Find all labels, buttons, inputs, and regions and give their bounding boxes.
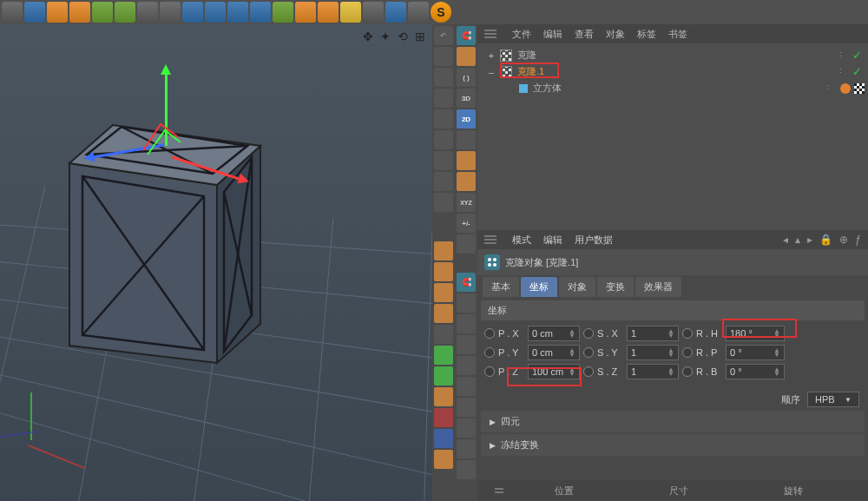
tool-icon[interactable] xyxy=(457,172,476,191)
anim-dot[interactable] xyxy=(583,366,594,377)
3d-snap-icon[interactable]: 3D xyxy=(457,89,476,108)
tool-icon[interactable] xyxy=(434,241,453,260)
order-dropdown[interactable]: HPB▼ xyxy=(807,392,859,407)
new-icon[interactable]: ⊕ xyxy=(839,234,848,246)
tool-icon[interactable] xyxy=(434,408,453,427)
tool-icon[interactable] xyxy=(182,2,203,23)
tab-object[interactable]: 对象 xyxy=(559,277,595,297)
section-freeze[interactable]: ▶冻结变换 xyxy=(481,434,865,456)
tool-icon[interactable] xyxy=(115,2,135,23)
tool-icon[interactable] xyxy=(457,398,476,417)
tool-icon[interactable] xyxy=(457,335,476,354)
hierarchy-row[interactable]: 立方体 ∶ xyxy=(481,80,865,96)
viewport-3d[interactable]: ✥ ✦ ⟲ ⊞ xyxy=(0,24,432,501)
expand-icon[interactable]: + xyxy=(486,50,496,61)
object-name[interactable]: 立方体 xyxy=(531,82,816,95)
drag-handle-icon[interactable] xyxy=(495,488,507,493)
drag-handle-icon[interactable] xyxy=(484,30,500,38)
tool-icon[interactable] xyxy=(457,130,476,149)
object-name[interactable]: 克隆 xyxy=(516,49,828,62)
brackets-icon[interactable]: ( ) xyxy=(457,68,476,87)
2d-snap-icon[interactable]: 2D xyxy=(457,109,476,129)
tool-icon[interactable] xyxy=(457,151,476,170)
tool-icon[interactable] xyxy=(457,439,476,458)
tool-icon[interactable] xyxy=(457,356,476,375)
tool-icon[interactable] xyxy=(457,47,476,66)
tool-icon[interactable] xyxy=(2,2,23,23)
nav-fwd-icon[interactable]: ▸ xyxy=(807,234,812,246)
menu-edit[interactable]: 编辑 xyxy=(543,234,562,247)
menu-mode[interactable]: 模式 xyxy=(512,234,531,247)
object-hierarchy[interactable]: + 克隆 ∶ ✓ – 克隆.1 ∶ ✓ 立方体 ∶ xyxy=(477,43,868,230)
tool-icon[interactable] xyxy=(434,109,453,129)
plus-minus-icon[interactable]: +/- xyxy=(457,214,476,233)
tool-icon[interactable] xyxy=(205,2,226,23)
tool-icon[interactable] xyxy=(434,450,453,469)
layer-dots[interactable]: ∶ xyxy=(832,66,849,77)
tool-icon[interactable] xyxy=(434,47,453,66)
input-rb[interactable]: 0 °▲▼ xyxy=(726,364,785,379)
tab-basic[interactable]: 基本 xyxy=(483,277,519,297)
anim-dot[interactable] xyxy=(682,347,693,358)
input-sy[interactable]: 1▲▼ xyxy=(627,345,679,360)
tool-icon[interactable] xyxy=(457,419,476,438)
anim-dot[interactable] xyxy=(583,328,594,339)
tab-transform[interactable]: 变换 xyxy=(597,277,634,297)
input-sz[interactable]: 1▲▼ xyxy=(627,364,679,379)
tool-icon[interactable] xyxy=(434,68,453,87)
tool-icon[interactable] xyxy=(227,2,248,23)
nav-back-icon[interactable]: ◂ xyxy=(783,234,788,246)
object-name-selected[interactable]: 克隆.1 xyxy=(516,65,828,78)
tool-icon[interactable] xyxy=(318,2,339,23)
tool-icon[interactable] xyxy=(457,234,476,254)
menu-label[interactable]: 标签 xyxy=(637,28,656,41)
tool-icon[interactable] xyxy=(47,2,68,23)
layer-dots[interactable]: ∶ xyxy=(819,82,837,94)
input-sx[interactable]: 1▲▼ xyxy=(627,326,679,341)
tool-icon[interactable] xyxy=(250,2,271,23)
tool-icon[interactable] xyxy=(273,2,293,23)
anim-dot[interactable] xyxy=(682,328,693,339)
hierarchy-row[interactable]: + 克隆 ∶ ✓ xyxy=(481,47,865,63)
tag-orange-icon[interactable] xyxy=(840,83,851,94)
menu-userdata[interactable]: 用户数据 xyxy=(575,234,613,247)
collapse-icon[interactable]: – xyxy=(486,67,496,77)
layer-dots[interactable]: ∶ xyxy=(832,49,849,61)
tool-icon[interactable] xyxy=(434,283,453,302)
nav-layout-icon[interactable]: ⊞ xyxy=(415,30,425,43)
tool-icon[interactable] xyxy=(340,2,361,23)
tool-icon[interactable] xyxy=(295,2,316,23)
tool-icon[interactable] xyxy=(434,151,453,170)
input-px[interactable]: 0 cm▲▼ xyxy=(528,326,580,341)
tab-coord[interactable]: 坐标 xyxy=(521,277,557,297)
tab-effector[interactable]: 效果器 xyxy=(635,277,681,297)
menu-edit[interactable]: 编辑 xyxy=(543,28,562,41)
tool-icon[interactable] xyxy=(457,293,476,313)
input-py[interactable]: 0 cm▲▼ xyxy=(528,345,580,360)
tool-icon[interactable] xyxy=(434,429,453,448)
tag-checker-icon[interactable] xyxy=(854,83,865,94)
tool-icon[interactable] xyxy=(69,2,90,23)
tool-icon[interactable] xyxy=(434,387,453,406)
tool-icon[interactable] xyxy=(434,193,453,212)
gizmo-plane-icon[interactable] xyxy=(139,120,182,163)
tool-icon[interactable] xyxy=(434,89,453,108)
tool-icon[interactable] xyxy=(457,460,476,479)
s-logo-icon[interactable]: S xyxy=(431,2,451,23)
input-rp[interactable]: 0 °▲▼ xyxy=(726,345,785,360)
magnet-icon[interactable]: 🧲 xyxy=(457,26,476,45)
tool-icon[interactable] xyxy=(457,377,476,396)
tool-icon[interactable] xyxy=(434,325,453,344)
xyz-icon[interactable]: XYZ xyxy=(457,193,476,212)
tool-icon[interactable] xyxy=(160,2,181,23)
tool-icon[interactable] xyxy=(434,366,453,386)
tool-icon[interactable] xyxy=(434,262,453,281)
anim-dot[interactable] xyxy=(682,366,693,377)
tool-icon[interactable] xyxy=(385,2,406,23)
tool-icon[interactable] xyxy=(434,172,453,191)
anim-dot[interactable] xyxy=(484,328,495,339)
tool-icon[interactable] xyxy=(434,130,453,149)
func-icon[interactable]: ƒ xyxy=(855,234,861,246)
anim-dot[interactable] xyxy=(484,347,495,358)
menu-view[interactable]: 查看 xyxy=(575,28,594,41)
